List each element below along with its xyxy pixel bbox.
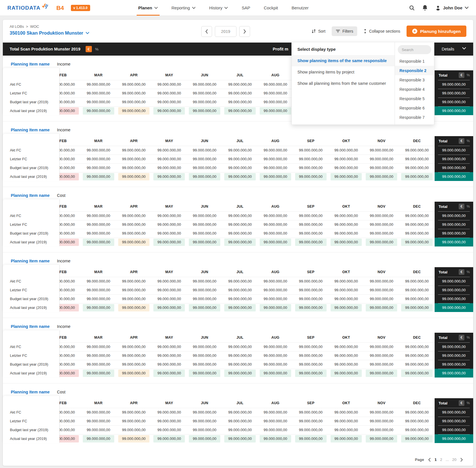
- value-cell: 99.000.000,00: [151, 342, 187, 351]
- nav-item-benutzer[interactable]: Benutzer: [292, 0, 309, 16]
- next-year-button[interactable]: [239, 26, 250, 37]
- breadcrumb-all-lobs[interactable]: All LOBs: [10, 24, 24, 29]
- responsible-item-2[interactable]: Responsible 2: [395, 66, 434, 75]
- total-percent-toggle[interactable]: %: [467, 401, 470, 405]
- sort-button[interactable]: Sort: [312, 29, 325, 33]
- month-header: SEP: [293, 270, 329, 274]
- total-percent-toggle[interactable]: %: [467, 270, 470, 274]
- month-header: MAY: [151, 73, 187, 77]
- cell-value: 99.000.000,00: [366, 164, 397, 172]
- nav-item-sap[interactable]: SAP: [242, 0, 250, 16]
- value-cell: 99.000.000,00: [293, 155, 329, 163]
- cell-value: 99.000.000,00: [224, 304, 256, 311]
- breadcrumb-woc[interactable]: WOC: [30, 24, 39, 29]
- notifications-bell-icon[interactable]: [422, 5, 428, 11]
- cell-value: 99.000.000,00: [224, 286, 256, 294]
- responsible-item-6[interactable]: Responsible 6: [395, 103, 434, 113]
- chevron-down-icon[interactable]: [462, 47, 466, 50]
- planning-item-link[interactable]: Planning Item name: [11, 62, 50, 66]
- total-percent-toggle[interactable]: %: [467, 205, 470, 208]
- total-column: Total€%99.000.000,0099.000.000,0099.000.…: [435, 398, 473, 443]
- prev-year-button[interactable]: [201, 26, 212, 37]
- value-cell: 99.000.000,00: [151, 146, 187, 155]
- cell-value: 99.000.000,00: [83, 164, 114, 172]
- nav-item-cockpit[interactable]: Cockpit: [264, 0, 278, 16]
- value-cell: 99.000.000,00: [187, 80, 222, 89]
- month-header: NOV: [364, 270, 399, 274]
- value-cell: 99.000.000,00: [187, 277, 222, 286]
- value-cell: 99.000.000,00: [364, 434, 399, 443]
- cell-value: 99.000.000,00: [153, 230, 185, 237]
- collapse-sections-button[interactable]: Collapse sections: [363, 29, 400, 33]
- table-row: 99.000.000,0099.000.000,0099.000.000,009…: [3, 408, 473, 417]
- percent-toggle[interactable]: %: [95, 47, 99, 51]
- display-option-1[interactable]: Show planning items of the same responsi…: [292, 55, 395, 66]
- total-currency-toggle[interactable]: €: [459, 204, 464, 209]
- responsible-item-7[interactable]: Responsible 7: [395, 113, 434, 122]
- user-menu[interactable]: John Doe: [435, 5, 469, 11]
- page-number-20[interactable]: 20: [452, 458, 456, 462]
- value-cell: 99.000.000,00: [187, 351, 222, 360]
- cell-value: 99.000.000,00: [401, 370, 433, 377]
- display-option-3[interactable]: Show all planning items from the same cu…: [292, 78, 395, 89]
- total-currency-toggle[interactable]: €: [459, 335, 464, 340]
- responsible-item-1[interactable]: Responsible 1: [395, 56, 434, 66]
- value-cell: 99.000.000,00: [81, 303, 116, 312]
- page-number-2[interactable]: 2: [440, 458, 442, 462]
- value-cell: 99.000.000,00: [258, 163, 293, 172]
- value-cell: 99.000.000,00: [151, 89, 187, 98]
- total-currency-toggle[interactable]: €: [459, 269, 464, 275]
- planning-item-link[interactable]: Planning Item name: [11, 193, 50, 198]
- responsible-search-input[interactable]: [398, 45, 431, 54]
- row-label: Budget last year (2019): [3, 360, 59, 369]
- total-percent-toggle[interactable]: %: [467, 139, 470, 143]
- total-currency-toggle[interactable]: €: [459, 72, 464, 78]
- planning-item-link[interactable]: Planning Item name: [11, 324, 50, 329]
- value-cell: 99.000.000,00: [364, 303, 399, 312]
- responsible-item-3[interactable]: Responsible 3: [395, 75, 434, 85]
- value-cell: 99.000.000,00: [222, 89, 258, 98]
- next-page-icon[interactable]: [460, 458, 463, 462]
- currency-toggle[interactable]: €: [86, 46, 92, 52]
- row-label: Budget last year (2019): [3, 294, 59, 303]
- value-cell: 99.000.000,00: [222, 303, 258, 312]
- total-currency-toggle[interactable]: €: [459, 400, 464, 406]
- nav-item-planen[interactable]: Planen: [138, 0, 158, 16]
- cell-value: 99.000.000,00: [189, 409, 220, 416]
- planning-item-link[interactable]: Planning Item name: [11, 128, 50, 132]
- display-option-2[interactable]: Show planning items by project: [292, 66, 395, 78]
- prev-page-icon[interactable]: [428, 458, 431, 462]
- month-header: AUG: [258, 270, 293, 274]
- details-button[interactable]: Details: [442, 47, 454, 51]
- value-cell: 99.000.000,00: [187, 211, 222, 220]
- responsible-item-4[interactable]: Responsible 4: [395, 85, 434, 94]
- cell-value: 99.000.000,00: [331, 221, 362, 228]
- nav-item-history[interactable]: History: [209, 0, 228, 16]
- month-header: NOV: [364, 401, 399, 405]
- cell-value: 99.000.000,00: [260, 304, 291, 311]
- table-row: 99.000.000,0099.000.000,0099.000.000,009…: [3, 303, 473, 312]
- search-icon[interactable]: [409, 5, 415, 11]
- cell-value: 99.000.000,00: [83, 212, 114, 220]
- table-row: 99.000.000,0099.000.000,0099.000.000,009…: [3, 238, 473, 246]
- total-label: Total: [439, 73, 459, 77]
- total-percent-toggle[interactable]: %: [467, 336, 470, 340]
- value-cell: 99.000.000,00: [116, 80, 152, 89]
- value-cell: 99.000.000,00: [116, 98, 152, 106]
- cell-value: 99.000.000,00: [295, 221, 327, 228]
- value-cell: 99.000.000,00: [329, 351, 364, 360]
- responsible-item-5[interactable]: Responsible 5: [395, 94, 434, 103]
- page-number-1[interactable]: 1: [435, 458, 437, 462]
- nav-item-reporting[interactable]: Reporting: [172, 0, 196, 16]
- planning-item-link[interactable]: Planning Item name: [11, 390, 50, 394]
- total-currency-toggle[interactable]: €: [459, 138, 464, 144]
- cell-value: 99.000.000,00: [295, 435, 327, 442]
- filters-button[interactable]: Filters: [332, 26, 357, 36]
- planning-item-link[interactable]: Planning Item name: [11, 259, 50, 263]
- value-cell: 99.000.000,00: [399, 286, 435, 294]
- add-planning-button[interactable]: + Planung hinzufugen: [407, 26, 466, 37]
- value-cell: 99.000.000,00: [222, 155, 258, 163]
- cell-value: 99.000.000,00: [224, 418, 256, 425]
- cell-value: 99.000.000,00: [401, 147, 433, 154]
- total-percent-toggle[interactable]: %: [467, 73, 470, 77]
